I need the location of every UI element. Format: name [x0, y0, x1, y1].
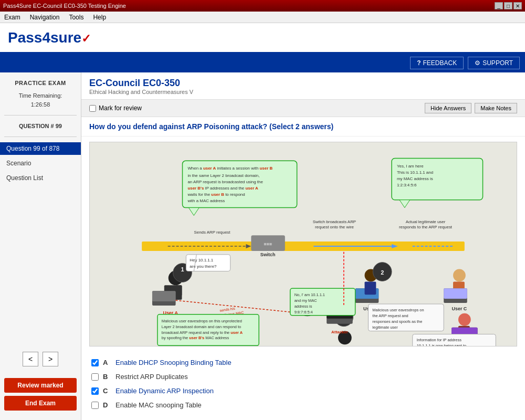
- mark-for-review: Mark for review: [89, 104, 142, 112]
- answer-checkbox-d[interactable]: [91, 402, 99, 409]
- sidebar-bottom: Review marked End Exam: [0, 374, 81, 415]
- gear-icon: ⚙: [475, 59, 480, 67]
- option-label-a: A: [103, 359, 111, 366]
- option-label-d: D: [103, 401, 111, 409]
- svg-text:with a MAC address: with a MAC address: [187, 198, 225, 203]
- question-icon: ?: [417, 59, 421, 67]
- practice-exam-label: PRACTICE EXAM: [0, 78, 81, 88]
- answer-option-d: D Enable MAC snooping Table: [89, 398, 517, 412]
- logo-bar: Pass4sure✓: [0, 23, 525, 54]
- option-text-d: Enable MAC snooping Table: [116, 401, 202, 409]
- maximize-button[interactable]: □: [504, 2, 512, 9]
- svg-text:are you there?: are you there?: [190, 264, 217, 269]
- svg-text:Sends ARP request: Sends ARP request: [194, 230, 230, 235]
- question-toolbar: Mark for review Hide Answers Make Notes: [81, 100, 525, 117]
- svg-text:Yes, I am here: Yes, I am here: [397, 164, 424, 169]
- answer-option-b: B Restrict ARP Duplicates: [89, 370, 517, 384]
- content-area: EC-Council EC0-350 Ethical Hacking and C…: [81, 72, 525, 420]
- svg-text:address is: address is: [295, 304, 312, 309]
- feedback-button[interactable]: ? FEEDBACK: [410, 57, 464, 69]
- svg-text:Malicious user eavesdrops on t: Malicious user eavesdrops on this unprot…: [162, 319, 242, 323]
- option-text-c: Enable Dynamic ARP Inspection: [116, 387, 214, 395]
- title-bar: Pass4Sure EC-Council EC0-350 Testing Eng…: [0, 0, 525, 12]
- svg-text:≡≡≡: ≡≡≡: [264, 242, 272, 247]
- svg-text:by spoofing the user B's MAC a: by spoofing the user B's MAC address: [162, 335, 229, 340]
- svg-text:1: 1: [181, 266, 184, 272]
- svg-text:in the same Layer 2 broadcast : in the same Layer 2 broadcast domain,: [187, 173, 259, 178]
- answer-checkbox-b[interactable]: [91, 373, 99, 381]
- title-bar-controls[interactable]: _ □ ✕: [495, 2, 522, 9]
- answer-checkbox-c[interactable]: [91, 387, 99, 395]
- content-header: EC-Council EC0-350 Ethical Hacking and C…: [81, 72, 525, 100]
- svg-text:Malicious user eavesdrops on: Malicious user eavesdrops on: [372, 308, 424, 312]
- hide-answers-button[interactable]: Hide Answers: [425, 103, 471, 113]
- question-text: How do you defend against ARP Poisoning …: [81, 117, 525, 136]
- sidebar-item-scenario[interactable]: Scenario: [0, 157, 81, 170]
- review-marked-button[interactable]: Review marked: [4, 378, 77, 393]
- end-exam-button[interactable]: End Exam: [4, 396, 77, 411]
- answer-option-c: C Enable Dynamic ARP Inspection: [89, 384, 517, 398]
- svg-text:Attacker: Attacker: [331, 330, 348, 334]
- sidebar-divider: [4, 115, 77, 116]
- svg-text:1:2:3:4:5:6: 1:2:3:4:5:6: [397, 183, 417, 187]
- minimize-button[interactable]: _: [495, 2, 503, 9]
- main-layout: PRACTICE EXAM Time Remaining: 1:26:58 QU…: [0, 72, 525, 420]
- option-text-a: Enable DHCP Snooping Binding Table: [116, 359, 232, 366]
- prev-question-button[interactable]: <: [23, 352, 38, 366]
- svg-point-49: [453, 269, 466, 282]
- question-number-label: QUESTION # 99: [0, 121, 81, 131]
- svg-text:Switch: Switch: [260, 252, 276, 257]
- logo: Pass4sure✓: [8, 29, 91, 46]
- svg-text:broadcast ARP request and repl: broadcast ARP request and reply to the u…: [162, 330, 243, 335]
- close-button[interactable]: ✕: [513, 2, 522, 9]
- svg-text:Actual legitimate user: Actual legitimate user: [406, 219, 446, 224]
- svg-text:my MAC address is: my MAC address is: [397, 176, 433, 181]
- menu-exam[interactable]: Exam: [2, 13, 23, 22]
- support-button[interactable]: ⚙ SUPPORT: [468, 57, 520, 69]
- svg-text:the ARP request and: the ARP request and: [372, 313, 408, 318]
- menu-navigation[interactable]: Navigation: [28, 13, 62, 22]
- svg-text:When a user A initiates a sess: When a user A initiates a session with u…: [187, 166, 272, 171]
- mark-review-checkbox[interactable]: [89, 105, 96, 112]
- option-text-b: Restrict ARP Duplicates: [116, 373, 188, 381]
- svg-text:legitimate user: legitimate user: [372, 325, 398, 330]
- title-bar-text: Pass4Sure EC-Council EC0-350 Testing Eng…: [3, 3, 126, 9]
- svg-text:and my MAC: and my MAC: [295, 298, 318, 303]
- time-value: 1:26:58: [31, 101, 50, 108]
- answer-options: A Enable DHCP Snooping Binding Table B R…: [89, 353, 517, 415]
- svg-text:This is 10.1.1.1 and: This is 10.1.1.1 and: [397, 170, 433, 175]
- menu-bar: Exam Navigation Tools Help: [0, 12, 525, 23]
- next-question-button[interactable]: >: [43, 352, 58, 366]
- sidebar-item-question-list[interactable]: Question List: [0, 172, 81, 184]
- sidebar-item-current-question[interactable]: Question 99 of 878: [0, 142, 81, 155]
- top-action-bar: ? FEEDBACK ⚙ SUPPORT: [0, 54, 525, 72]
- svg-rect-52: [444, 288, 467, 299]
- svg-rect-16: [152, 291, 176, 301]
- exam-subtitle: Ethical Hacking and Countermeasures V: [89, 89, 517, 95]
- svg-text:9:8:7:6:5:4: 9:8:7:6:5:4: [295, 310, 313, 314]
- sidebar: PRACTICE EXAM Time Remaining: 1:26:58 QU…: [0, 72, 81, 420]
- svg-text:an ARP request is broadcasted : an ARP request is broadcasted using the: [187, 180, 263, 184]
- time-remaining: Time Remaining: 1:26:58: [0, 90, 81, 110]
- svg-text:Layer 2 broadcast domain and c: Layer 2 broadcast domain and can respond…: [162, 324, 241, 329]
- answer-checkbox-a[interactable]: [91, 359, 99, 366]
- svg-text:User C: User C: [452, 306, 467, 311]
- svg-rect-29: [186, 255, 230, 271]
- svg-text:responses and spoofs as the: responses and spoofs as the: [372, 319, 422, 324]
- diagram-svg: ✕ ≡≡≡ Switch: [90, 142, 517, 346]
- svg-text:request onto the wire: request onto the wire: [315, 225, 354, 229]
- make-notes-button[interactable]: Make Notes: [475, 103, 517, 113]
- svg-text:Information for IP address: Information for IP address: [417, 338, 462, 342]
- question-content: ✕ ≡≡≡ Switch: [81, 136, 525, 420]
- exam-title: EC-Council EC0-350: [89, 78, 517, 89]
- svg-text:responds to the ARP request: responds to the ARP request: [399, 225, 453, 229]
- menu-help[interactable]: Help: [91, 13, 108, 22]
- logo-checkmark: ✓: [81, 32, 91, 45]
- svg-text:waits for the user B to respon: waits for the user B to respond: [187, 192, 245, 197]
- toolbar-buttons: Hide Answers Make Notes: [425, 103, 517, 113]
- svg-point-56: [458, 313, 471, 326]
- svg-text:user B's IP addresses and the : user B's IP addresses and the user A: [187, 186, 258, 191]
- menu-tools[interactable]: Tools: [67, 13, 86, 22]
- option-label-b: B: [103, 373, 111, 381]
- svg-rect-14: [176, 285, 182, 296]
